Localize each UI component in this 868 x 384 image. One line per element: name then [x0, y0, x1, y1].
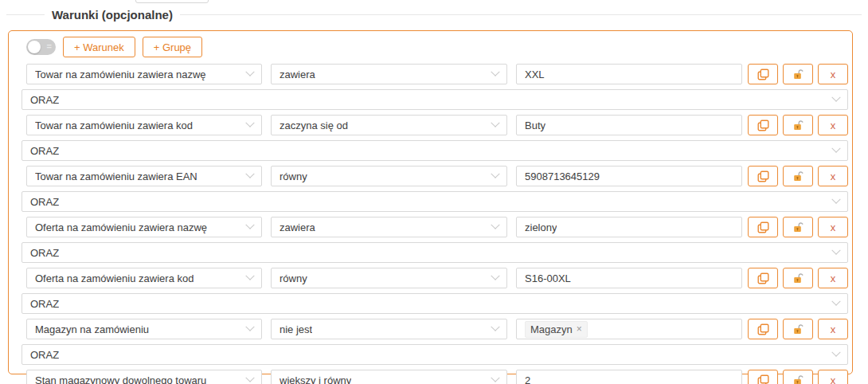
lock-condition-button[interactable]	[783, 370, 813, 384]
copy-icon	[757, 221, 769, 233]
chevron-down-icon	[245, 170, 254, 178]
unlock-icon	[792, 69, 804, 80]
duplicate-condition-button[interactable]	[748, 370, 778, 384]
chevron-down-icon	[245, 119, 254, 127]
logic-operator-select[interactable]: ORAZ	[22, 140, 848, 161]
toggle-equals-glyph: =	[47, 42, 52, 51]
condition-value-text: zielony	[525, 221, 557, 233]
chevron-down-icon	[245, 272, 254, 280]
delete-x-label: x	[831, 375, 836, 384]
delete-condition-button[interactable]: x	[818, 166, 848, 186]
condition-field-select[interactable]: Towar na zamówieniu zawiera nazwę	[26, 64, 262, 84]
lock-condition-button[interactable]	[783, 64, 813, 84]
conditions-toggle-switch[interactable]: =	[26, 39, 56, 55]
condition-operator-select[interactable]: zawiera	[271, 64, 507, 84]
condition-value-input[interactable]: XXL	[516, 64, 742, 84]
duplicate-condition-button[interactable]	[748, 217, 778, 237]
copy-icon	[757, 69, 769, 80]
chevron-down-icon	[831, 195, 840, 204]
logic-operator-value: ORAZ	[30, 94, 59, 106]
condition-field-select[interactable]: Towar na zamówieniu zawiera EAN	[26, 166, 262, 186]
chevron-down-icon	[245, 323, 254, 331]
copy-icon	[757, 272, 769, 284]
condition-operator-select[interactable]: nie jest	[271, 319, 507, 339]
condition-operator-select[interactable]: równy	[271, 268, 507, 288]
add-condition-button[interactable]: + Warunek	[63, 37, 135, 57]
condition-operator-select[interactable]: równy	[271, 166, 507, 186]
logic-operator-select[interactable]: ORAZ	[22, 89, 848, 110]
condition-value-input[interactable]: Buty	[516, 115, 742, 135]
logic-operator-value: ORAZ	[30, 196, 59, 208]
delete-condition-button[interactable]: x	[818, 370, 848, 384]
unlock-icon	[792, 374, 804, 384]
delete-condition-button[interactable]: x	[818, 268, 848, 288]
condition-field-value: Towar na zamówieniu zawiera EAN	[35, 170, 197, 182]
condition-operator-value: równy	[280, 170, 307, 182]
chevron-down-icon	[491, 119, 499, 127]
condition-operator-select[interactable]: zaczyna się od	[271, 115, 507, 135]
delete-condition-button[interactable]: x	[818, 217, 848, 237]
condition-value-input[interactable]: zielony	[516, 217, 742, 237]
condition-operator-select[interactable]: większy i równy	[271, 370, 507, 384]
condition-operator-value: zaczyna się od	[280, 120, 348, 131]
unlock-icon	[792, 323, 804, 335]
condition-row: Oferta na zamówieniu zawiera kod równy S…	[26, 268, 848, 288]
row-actions: x	[748, 268, 848, 288]
divider-line-right	[180, 14, 862, 15]
conditions-list: Towar na zamówieniu zawiera nazwę zawier…	[22, 64, 848, 384]
lock-condition-button[interactable]	[783, 319, 813, 339]
condition-operator-select[interactable]: zawiera	[271, 217, 507, 237]
condition-field-select[interactable]: Stan magazynowy dowolnego towaru	[26, 370, 262, 384]
unlock-icon	[792, 120, 804, 131]
lock-condition-button[interactable]	[783, 115, 813, 135]
chevron-down-icon	[831, 93, 840, 102]
condition-value-input[interactable]: Magazyn ×	[516, 319, 742, 339]
row-actions: x	[748, 115, 848, 135]
delete-x-label: x	[831, 69, 836, 80]
condition-field-select[interactable]: Oferta na zamówieniu zawiera kod	[26, 268, 262, 288]
chevron-down-icon	[491, 272, 499, 280]
condition-row: Towar na zamówieniu zawiera EAN równy 59…	[26, 166, 848, 186]
logic-operator-select[interactable]: ORAZ	[22, 191, 848, 212]
condition-field-select[interactable]: Towar na zamówieniu zawiera kod	[26, 115, 262, 135]
condition-value-input[interactable]: 5908713645129	[516, 166, 742, 186]
condition-value-text: Buty	[525, 120, 545, 131]
condition-value-input[interactable]: 2	[516, 370, 742, 384]
duplicate-condition-button[interactable]	[748, 166, 778, 186]
delete-condition-button[interactable]: x	[818, 115, 848, 135]
unlock-icon	[792, 170, 804, 182]
toggle-knob	[28, 41, 41, 53]
add-group-button[interactable]: + Grupę	[143, 37, 202, 57]
condition-field-value: Stan magazynowy dowolnego towaru	[35, 374, 206, 384]
lock-condition-button[interactable]	[783, 166, 813, 186]
condition-value-text: S16-00XL	[525, 272, 571, 284]
condition-field-value: Magazyn na zamówieniu	[35, 323, 149, 335]
copy-icon	[757, 120, 769, 131]
duplicate-condition-button[interactable]	[748, 64, 778, 84]
chevron-down-icon	[245, 374, 254, 382]
lock-condition-button[interactable]	[783, 268, 813, 288]
logic-operator-value: ORAZ	[30, 247, 59, 259]
chevron-down-icon	[245, 68, 254, 76]
duplicate-condition-button[interactable]	[748, 115, 778, 135]
delete-condition-button[interactable]: x	[818, 319, 848, 339]
lock-condition-button[interactable]	[783, 217, 813, 237]
section-title: Warunki (opcjonalne)	[45, 8, 180, 22]
condition-operator-value: nie jest	[280, 323, 312, 335]
duplicate-condition-button[interactable]	[748, 319, 778, 339]
logic-operator-select[interactable]: ORAZ	[22, 293, 848, 314]
condition-field-select[interactable]: Oferta na zamówieniu zawiera nazwę	[26, 217, 262, 237]
logic-operator-select[interactable]: ORAZ	[22, 242, 848, 263]
condition-value-input[interactable]: S16-00XL	[516, 268, 742, 288]
copy-icon	[757, 170, 769, 182]
conditions-toolbar: = + Warunek + Grupę	[26, 37, 848, 57]
delete-condition-button[interactable]: x	[818, 64, 848, 84]
logic-operator-select[interactable]: ORAZ	[22, 344, 848, 365]
clipped-element-above	[135, 0, 209, 3]
condition-value-text: XXL	[525, 69, 545, 80]
remove-tag-icon[interactable]: ×	[577, 323, 582, 336]
row-actions: x	[748, 319, 848, 339]
condition-field-value: Oferta na zamówieniu zawiera nazwę	[35, 221, 207, 233]
duplicate-condition-button[interactable]	[748, 268, 778, 288]
condition-field-select[interactable]: Magazyn na zamówieniu	[26, 319, 262, 339]
